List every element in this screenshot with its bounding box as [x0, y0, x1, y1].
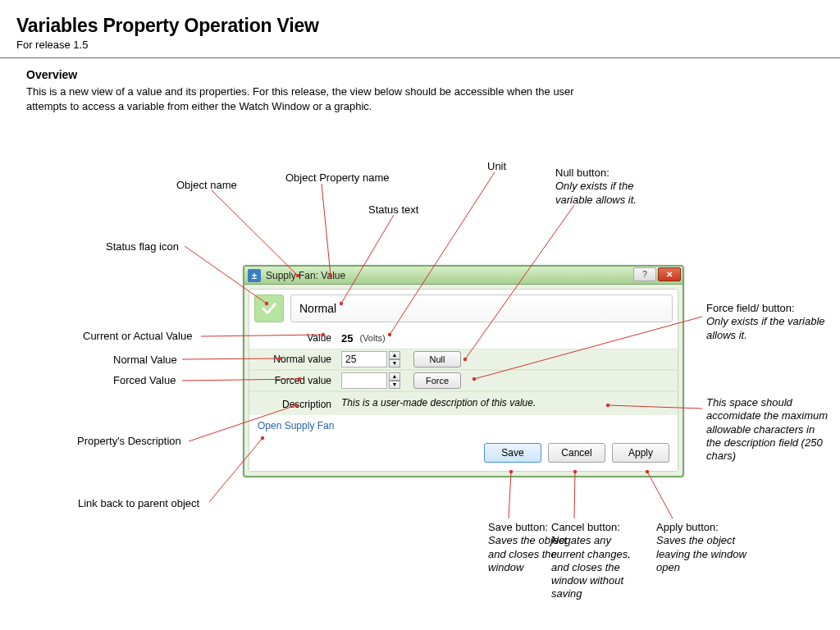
status-text: Normal: [290, 294, 673, 322]
save-button[interactable]: Save: [484, 443, 541, 463]
property-dialog: ± Supply Fan: Value ? ✕ Normal Value 25 …: [243, 265, 684, 477]
overview-heading: Overview: [26, 68, 617, 81]
callout-apply-sub: Saves the object leaving the window open: [656, 534, 755, 574]
callout-cancel-sub: Negates any current changes, and closes …: [551, 534, 646, 600]
cancel-button[interactable]: Cancel: [548, 443, 605, 463]
dialog-body: Normal Value 25 (Volts) Normal value ▲ ▼…: [249, 289, 678, 472]
callout-null-title: Null button:: [555, 167, 609, 179]
callout-apply-title: Apply button:: [656, 521, 719, 533]
value-row: Value 25 (Volts): [249, 327, 678, 349]
callout-unit: Unit: [487, 160, 506, 173]
callout-null-sub: Only exists if the variable allows it.: [555, 180, 670, 207]
callout-cancel-button: Cancel button: Negates any current chang…: [551, 521, 646, 601]
callout-current-value: Current or Actual Value: [83, 330, 192, 343]
callout-prop-desc: Property's Description: [77, 435, 181, 448]
parent-object-link[interactable]: Open Supply Fan: [258, 420, 334, 431]
svg-line-27: [509, 472, 511, 518]
callout-force-title: Force field/ button:: [706, 302, 795, 314]
callout-null-button: Null button: Only exists if the variable…: [555, 167, 670, 207]
value-label: Value: [258, 332, 341, 344]
callout-desc-space-sub: This space should accomidate the maximum…: [706, 396, 829, 463]
svg-line-3: [322, 184, 331, 276]
normal-value-input[interactable]: [341, 351, 387, 368]
forced-value-label: Forced value: [258, 375, 341, 386]
current-value: 25: [341, 332, 353, 345]
forced-value-row: Forced value ▲ ▼ Force: [249, 370, 678, 391]
force-button[interactable]: Force: [413, 372, 461, 389]
page-title: Variables Property Operation View: [16, 15, 824, 37]
callout-object-prop-name: Object Property name: [285, 171, 389, 185]
overview-text: This is a new view of a value and its pr…: [26, 84, 617, 113]
callout-link-back: Link back to parent object: [78, 497, 199, 510]
callout-status-flag: Status flag icon: [106, 240, 179, 253]
normal-spinner[interactable]: ▲ ▼: [389, 351, 400, 368]
description-label: Description: [258, 397, 341, 410]
unit-label: (Volts): [359, 333, 385, 343]
dialog-title: Supply Fan: Value: [266, 270, 345, 281]
callout-status-text: Status text: [368, 203, 418, 217]
callout-save-title: Save button:: [488, 521, 548, 533]
apply-button[interactable]: Apply: [612, 443, 669, 463]
callout-force-button: Force field/ button: Only exists if the …: [706, 302, 829, 342]
null-button[interactable]: Null: [413, 351, 461, 368]
spin-up-icon[interactable]: ▲: [389, 372, 400, 381]
svg-line-29: [574, 472, 575, 518]
object-icon: ±: [248, 269, 261, 282]
callout-apply-button: Apply button: Saves the object leaving t…: [656, 521, 755, 574]
close-button[interactable]: ✕: [658, 267, 681, 281]
spin-up-icon[interactable]: ▲: [389, 351, 400, 359]
normal-value-label: Normal value: [258, 354, 341, 365]
svg-line-31: [647, 472, 673, 518]
forced-value-input[interactable]: [341, 372, 387, 389]
spin-down-icon[interactable]: ▼: [389, 381, 400, 389]
callout-forced-value: Forced Value: [113, 374, 176, 387]
spin-down-icon[interactable]: ▼: [389, 359, 400, 368]
svg-line-1: [212, 190, 298, 276]
description-text: This is a user-made description of this …: [341, 397, 536, 409]
page-subtitle: For release 1.5: [16, 39, 824, 51]
callout-normal-value: Normal Value: [113, 354, 177, 367]
callout-desc-space: This space should accomidate the maximum…: [706, 396, 829, 463]
callout-force-sub: Only exists if the variable allows it.: [706, 315, 829, 342]
description-row: Description This is a user-made descript…: [249, 391, 678, 415]
page-header: Variables Property Operation View For re…: [0, 0, 840, 58]
normal-value-row: Normal value ▲ ▼ Null: [249, 349, 678, 370]
callout-object-name: Object name: [176, 179, 237, 192]
forced-spinner[interactable]: ▲ ▼: [389, 372, 400, 389]
callout-cancel-title: Cancel button:: [551, 521, 620, 533]
overview-section: Overview This is a new view of a value a…: [26, 68, 617, 113]
status-flag-icon: [254, 294, 284, 322]
dialog-titlebar[interactable]: ± Supply Fan: Value ? ✕: [244, 267, 682, 285]
help-button[interactable]: ?: [633, 267, 656, 281]
